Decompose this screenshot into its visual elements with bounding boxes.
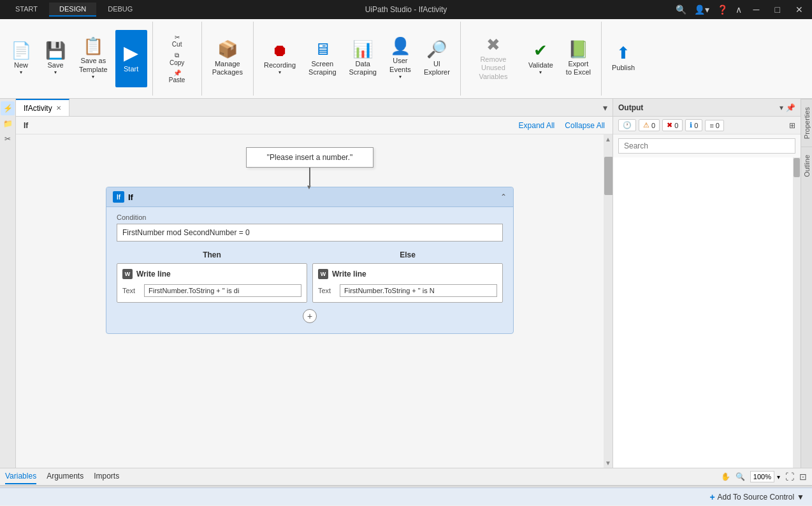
if-collapse-button[interactable]: ⌃: [500, 192, 507, 201]
tab-design[interactable]: DESIGN: [49, 3, 96, 17]
data-scraping-icon: 📊: [352, 41, 373, 57]
paste-icon: 📌: [173, 69, 181, 76]
output-toolbar: 🕐 ⚠ 0 ✖ 0 ℹ 0 ≡ 0 ⊞: [613, 117, 801, 134]
zoom-dropdown[interactable]: 100%: [750, 471, 774, 482]
help-icon[interactable]: ❓: [717, 4, 728, 15]
copy-button[interactable]: ⧉ Copy: [158, 50, 196, 68]
source-control-dropdown-arrow[interactable]: ▼: [797, 493, 804, 502]
save-template-dropdown-arrow: ▾: [92, 74, 94, 80]
workflow-actions: Expand All Collapse All: [519, 121, 605, 130]
output-actions: ▾ 📌: [779, 103, 795, 112]
manage-packages-button[interactable]: 📦 ManagePackages: [207, 30, 248, 87]
add-source-control-link[interactable]: + Add To Source Control ▼: [709, 492, 804, 502]
clipboard-group: ✂ Cut ⧉ Copy 📌 Paste: [158, 30, 196, 87]
save-button[interactable]: 💾 Save ▾: [40, 30, 71, 87]
cut-button[interactable]: ✂ Cut: [158, 32, 196, 50]
data-scraping-button[interactable]: 📊 DataScraping: [344, 30, 382, 87]
sidebar-icon-snippets[interactable]: ✂: [1, 132, 15, 146]
tab-arguments[interactable]: Arguments: [47, 469, 83, 484]
then-write-line-header: W Write line: [122, 269, 301, 279]
filter-warn-button[interactable]: ⚠ 0: [639, 119, 660, 131]
properties-label[interactable]: Properties: [801, 99, 812, 147]
scroll-thumb[interactable]: [604, 157, 613, 195]
then-text-value[interactable]: FirstNumber.ToString + " is di: [144, 284, 301, 297]
tab-dropdown-arrow[interactable]: ▾: [600, 103, 610, 113]
else-text-value[interactable]: FirstNumber.ToString + " is N: [340, 284, 497, 297]
search-icon[interactable]: 🔍: [676, 4, 686, 15]
then-branch: Then W Write line Text FirstNu: [117, 250, 307, 303]
maximize-button[interactable]: □: [771, 4, 784, 15]
ribbon: 📄 New ▾ 💾 Save ▾ 📋 Save asTemplate ▾ ▶ S…: [0, 19, 812, 99]
output-vscroll[interactable]: [793, 157, 801, 468]
input-text-box[interactable]: "Please insert a number.": [246, 147, 373, 168]
scroll-up-arrow[interactable]: ▲: [604, 134, 613, 144]
main-layout: ⚡ 📁 ✂ IfActivity ✕ ▾ If Expand All Colla…: [0, 99, 812, 468]
user-events-button[interactable]: 👤 UserEvents ▾: [384, 30, 416, 87]
screen-scraping-button[interactable]: 🖥 ScreenScraping: [303, 30, 341, 87]
tab-actions: ▾: [600, 99, 613, 116]
save-template-button[interactable]: 📋 Save asTemplate ▾: [74, 30, 113, 87]
outline-label[interactable]: Outline: [801, 147, 812, 185]
condition-input[interactable]: [117, 224, 503, 242]
bottom-tab-actions: ✋ 🔍 100% ▾ ⛶ ⊡: [721, 471, 807, 482]
hand-tool-icon[interactable]: ✋: [721, 472, 730, 481]
tab-debug[interactable]: DEBUG: [98, 3, 143, 17]
output-dropdown-icon[interactable]: ▾: [779, 103, 783, 112]
tab-imports[interactable]: Imports: [94, 469, 119, 484]
filter-verbose-button[interactable]: ≡ 0: [705, 120, 724, 131]
footer: + Add To Source Control ▼: [0, 488, 812, 505]
tab-start[interactable]: START: [5, 3, 48, 17]
start-button[interactable]: ▶ Start: [115, 30, 147, 87]
publish-button[interactable]: ⬆ Publish: [607, 30, 640, 87]
tab-variables[interactable]: Variables: [5, 469, 36, 484]
fit-screen-button[interactable]: ⛶: [785, 472, 794, 482]
if-add-button[interactable]: +: [303, 309, 317, 323]
output-scroll-area: [613, 157, 801, 468]
workflow-label: If: [24, 121, 28, 130]
canvas-tab-ifactivity[interactable]: IfActivity ✕: [16, 99, 69, 116]
plus-icon: +: [709, 492, 714, 502]
export-excel-button[interactable]: 📗 Exportto Excel: [561, 30, 596, 87]
collapse-all-button[interactable]: Collapse All: [565, 121, 605, 130]
filter-clock-button[interactable]: 🕐: [618, 119, 636, 131]
output-search-input[interactable]: [618, 138, 795, 154]
recording-dropdown-arrow: ▾: [279, 69, 281, 75]
validate-button[interactable]: ✔ Validate ▾: [523, 30, 558, 87]
search-tool-icon[interactable]: 🔍: [736, 472, 745, 481]
expand-all-button[interactable]: Expand All: [519, 121, 555, 130]
sidebar-icon-project[interactable]: 📁: [1, 117, 15, 131]
then-text-field-row: Text FirstNumber.ToString + " is di: [122, 284, 301, 297]
scroll-down-arrow[interactable]: ▼: [604, 458, 613, 468]
clock-icon: 🕐: [623, 121, 632, 129]
paste-button[interactable]: 📌 Paste: [158, 68, 196, 85]
output-table-view-icon[interactable]: ⊞: [789, 121, 795, 130]
then-label: Then: [117, 250, 307, 259]
chevron-icon[interactable]: ∧: [736, 4, 742, 15]
filter-info-button[interactable]: ℹ 0: [685, 119, 702, 131]
else-text-label: Text: [318, 287, 336, 294]
sidebar-icon-activities[interactable]: ⚡: [1, 101, 15, 115]
remove-unused-button[interactable]: ✖ Remove UnusedVariables: [466, 30, 521, 87]
zoom-dropdown-arrow[interactable]: ▾: [777, 473, 780, 481]
filter-error-button[interactable]: ✖ 0: [662, 119, 683, 131]
start-icon: ▶: [124, 43, 138, 62]
title-bar-left: START DESIGN DEBUG: [5, 3, 143, 17]
user-icon[interactable]: 👤▾: [694, 4, 709, 15]
else-write-line-box: W Write line Text FirstNumber.ToString +…: [312, 263, 503, 303]
then-write-line-label: Write line: [136, 270, 171, 278]
output-header: Output ▾ 📌: [613, 99, 801, 117]
tab-close-icon[interactable]: ✕: [56, 105, 61, 112]
new-button[interactable]: 📄 New ▾: [5, 30, 37, 87]
verbose-count: 0: [716, 122, 720, 129]
output-vscroll-thumb[interactable]: [794, 158, 800, 177]
output-pin-icon[interactable]: 📌: [786, 103, 795, 112]
recording-button[interactable]: ⏺ Recording ▾: [259, 30, 301, 87]
output-content: [613, 157, 793, 468]
condition-label: Condition: [117, 213, 503, 221]
close-button[interactable]: ✕: [792, 4, 807, 15]
fit-workflow-button[interactable]: ⊡: [799, 472, 807, 482]
if-container: If If ⌃ Condition: [106, 187, 514, 334]
ui-explorer-button[interactable]: 🔎 UIExplorer: [419, 30, 455, 87]
minimize-button[interactable]: ─: [750, 4, 764, 15]
canvas-scrollbar[interactable]: ▲ ▼: [604, 134, 613, 468]
